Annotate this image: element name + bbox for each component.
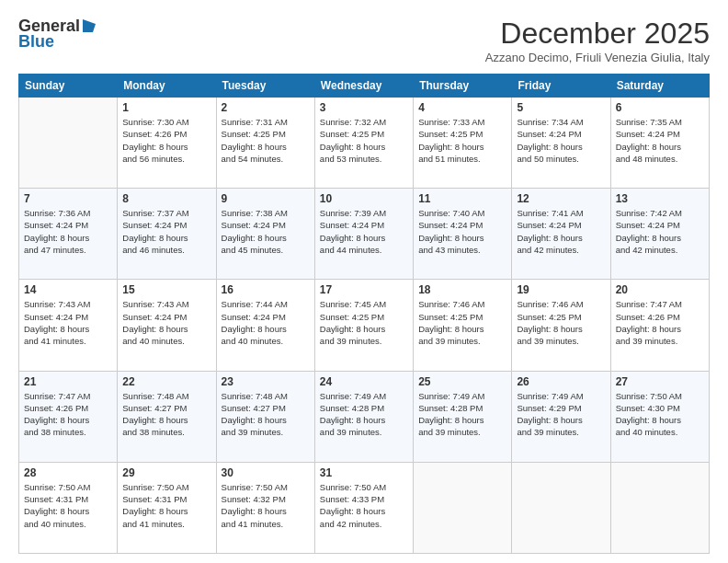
calendar-cell: 6Sunrise: 7:35 AMSunset: 4:24 PMDaylight… [610,98,709,189]
calendar-cell: 22Sunrise: 7:48 AMSunset: 4:27 PMDayligh… [118,371,216,462]
day-info: Sunrise: 7:38 AMSunset: 4:24 PMDaylight:… [222,207,310,256]
calendar-cell: 23Sunrise: 7:48 AMSunset: 4:27 PMDayligh… [216,371,314,462]
day-number: 8 [122,192,210,205]
day-number: 1 [122,101,210,114]
day-number: 29 [122,466,210,479]
day-info: Sunrise: 7:39 AMSunset: 4:24 PMDaylight:… [320,207,408,256]
day-number: 28 [24,466,112,479]
day-number: 31 [320,466,408,479]
day-number: 17 [320,283,408,296]
calendar-cell: 28Sunrise: 7:50 AMSunset: 4:31 PMDayligh… [19,462,118,553]
day-info: Sunrise: 7:49 AMSunset: 4:29 PMDaylight:… [517,390,605,439]
calendar-cell: 20Sunrise: 7:47 AMSunset: 4:26 PMDayligh… [610,280,709,371]
calendar-cell [610,462,709,553]
day-info: Sunrise: 7:50 AMSunset: 4:32 PMDaylight:… [222,481,310,530]
logo: General Blue [18,17,97,52]
day-number: 15 [122,283,210,296]
calendar-week-row: 7Sunrise: 7:36 AMSunset: 4:24 PMDaylight… [19,189,710,280]
day-number: 21 [24,375,112,388]
calendar-week-row: 14Sunrise: 7:43 AMSunset: 4:24 PMDayligh… [19,280,710,371]
calendar-cell: 5Sunrise: 7:34 AMSunset: 4:24 PMDaylight… [512,98,610,189]
month-title: December 2025 [485,17,710,51]
calendar-cell: 4Sunrise: 7:33 AMSunset: 4:25 PMDaylight… [414,98,512,189]
weekday-header: Monday [118,75,216,98]
day-info: Sunrise: 7:50 AMSunset: 4:30 PMDaylight:… [616,390,704,439]
day-info: Sunrise: 7:48 AMSunset: 4:27 PMDaylight:… [122,390,210,439]
day-info: Sunrise: 7:40 AMSunset: 4:24 PMDaylight:… [418,207,506,256]
day-info: Sunrise: 7:37 AMSunset: 4:24 PMDaylight:… [122,207,210,256]
calendar-table: SundayMondayTuesdayWednesdayThursdayFrid… [18,74,710,554]
calendar-cell: 11Sunrise: 7:40 AMSunset: 4:24 PMDayligh… [414,189,512,280]
calendar-week-row: 1Sunrise: 7:30 AMSunset: 4:26 PMDaylight… [19,98,710,189]
title-block: December 2025 Azzano Decimo, Friuli Vene… [485,17,710,64]
calendar-cell: 18Sunrise: 7:46 AMSunset: 4:25 PMDayligh… [414,280,512,371]
calendar-cell: 30Sunrise: 7:50 AMSunset: 4:32 PMDayligh… [216,462,314,553]
page: General Blue December 2025 Azzano Decimo… [0,0,728,563]
day-number: 16 [222,283,310,296]
calendar-cell: 14Sunrise: 7:43 AMSunset: 4:24 PMDayligh… [19,280,118,371]
day-info: Sunrise: 7:50 AMSunset: 4:33 PMDaylight:… [320,481,408,530]
calendar-cell [512,462,610,553]
day-number: 23 [222,375,310,388]
day-number: 11 [418,192,506,205]
calendar-cell: 15Sunrise: 7:43 AMSunset: 4:24 PMDayligh… [118,280,216,371]
calendar-cell: 17Sunrise: 7:45 AMSunset: 4:25 PMDayligh… [314,280,413,371]
calendar-cell: 13Sunrise: 7:42 AMSunset: 4:24 PMDayligh… [610,189,709,280]
day-info: Sunrise: 7:48 AMSunset: 4:27 PMDaylight:… [222,390,310,439]
day-number: 24 [320,375,408,388]
day-info: Sunrise: 7:30 AMSunset: 4:26 PMDaylight:… [122,116,210,165]
weekday-header: Friday [512,75,610,98]
calendar-cell: 16Sunrise: 7:44 AMSunset: 4:24 PMDayligh… [216,280,314,371]
logo-blue-text: Blue [18,32,54,52]
day-info: Sunrise: 7:50 AMSunset: 4:31 PMDaylight:… [24,481,112,530]
day-number: 13 [616,192,704,205]
day-number: 3 [320,101,408,114]
day-info: Sunrise: 7:44 AMSunset: 4:24 PMDaylight:… [222,298,310,347]
subtitle: Azzano Decimo, Friuli Venezia Giulia, It… [485,51,710,64]
day-number: 18 [418,283,506,296]
calendar-cell: 25Sunrise: 7:49 AMSunset: 4:28 PMDayligh… [414,371,512,462]
calendar-cell [19,98,118,189]
day-number: 26 [517,375,605,388]
day-info: Sunrise: 7:50 AMSunset: 4:31 PMDaylight:… [122,481,210,530]
day-info: Sunrise: 7:46 AMSunset: 4:25 PMDaylight:… [517,298,605,347]
day-info: Sunrise: 7:46 AMSunset: 4:25 PMDaylight:… [418,298,506,347]
day-info: Sunrise: 7:32 AMSunset: 4:25 PMDaylight:… [320,116,408,165]
calendar-cell [414,462,512,553]
calendar-header-row: SundayMondayTuesdayWednesdayThursdayFrid… [19,75,710,98]
day-info: Sunrise: 7:35 AMSunset: 4:24 PMDaylight:… [616,116,704,165]
day-info: Sunrise: 7:47 AMSunset: 4:26 PMDaylight:… [24,390,112,439]
day-number: 20 [616,283,704,296]
weekday-header: Tuesday [216,75,314,98]
day-info: Sunrise: 7:49 AMSunset: 4:28 PMDaylight:… [418,390,506,439]
calendar-week-row: 28Sunrise: 7:50 AMSunset: 4:31 PMDayligh… [19,462,710,553]
day-info: Sunrise: 7:49 AMSunset: 4:28 PMDaylight:… [320,390,408,439]
calendar-cell: 26Sunrise: 7:49 AMSunset: 4:29 PMDayligh… [512,371,610,462]
day-number: 9 [222,192,310,205]
day-info: Sunrise: 7:43 AMSunset: 4:24 PMDaylight:… [122,298,210,347]
svg-marker-0 [83,19,96,32]
day-number: 25 [418,375,506,388]
calendar-cell: 3Sunrise: 7:32 AMSunset: 4:25 PMDaylight… [314,98,413,189]
calendar-cell: 2Sunrise: 7:31 AMSunset: 4:25 PMDaylight… [216,98,314,189]
day-number: 27 [616,375,704,388]
calendar-cell: 24Sunrise: 7:49 AMSunset: 4:28 PMDayligh… [314,371,413,462]
calendar-cell: 31Sunrise: 7:50 AMSunset: 4:33 PMDayligh… [314,462,413,553]
day-info: Sunrise: 7:43 AMSunset: 4:24 PMDaylight:… [24,298,112,347]
day-info: Sunrise: 7:42 AMSunset: 4:24 PMDaylight:… [616,207,704,256]
calendar-cell: 1Sunrise: 7:30 AMSunset: 4:26 PMDaylight… [118,98,216,189]
calendar-cell: 29Sunrise: 7:50 AMSunset: 4:31 PMDayligh… [118,462,216,553]
day-number: 2 [222,101,310,114]
calendar-cell: 27Sunrise: 7:50 AMSunset: 4:30 PMDayligh… [610,371,709,462]
calendar-cell: 12Sunrise: 7:41 AMSunset: 4:24 PMDayligh… [512,189,610,280]
day-number: 4 [418,101,506,114]
day-number: 7 [24,192,112,205]
day-number: 22 [122,375,210,388]
weekday-header: Saturday [610,75,709,98]
day-number: 12 [517,192,605,205]
header: General Blue December 2025 Azzano Decimo… [18,17,710,64]
day-info: Sunrise: 7:33 AMSunset: 4:25 PMDaylight:… [418,116,506,165]
calendar-cell: 21Sunrise: 7:47 AMSunset: 4:26 PMDayligh… [19,371,118,462]
day-number: 10 [320,192,408,205]
calendar-cell: 10Sunrise: 7:39 AMSunset: 4:24 PMDayligh… [314,189,413,280]
